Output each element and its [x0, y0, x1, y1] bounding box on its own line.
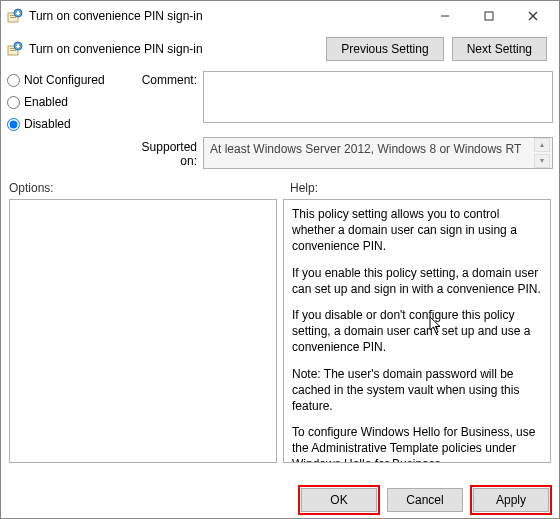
supported-on-value: At least Windows Server 2012, Windows 8 …	[203, 137, 553, 169]
apply-button[interactable]: Apply	[473, 488, 549, 512]
window-title: Turn on convenience PIN sign-in	[29, 9, 423, 23]
radio-disabled-input[interactable]	[7, 118, 20, 131]
svg-rect-2	[10, 17, 16, 18]
radio-not-configured[interactable]: Not Configured	[7, 73, 125, 87]
policy-title: Turn on convenience PIN sign-in	[29, 42, 326, 56]
svg-rect-12	[10, 50, 16, 51]
radio-disabled-label: Disabled	[24, 117, 71, 131]
help-paragraph: If you enable this policy setting, a dom…	[292, 265, 542, 297]
radio-enabled-input[interactable]	[7, 96, 20, 109]
help-paragraph: Note: The user's domain password will be…	[292, 366, 542, 415]
window-close-button[interactable]	[511, 2, 555, 30]
options-pane	[9, 199, 277, 463]
policy-icon	[7, 41, 23, 57]
radio-disabled[interactable]: Disabled	[7, 117, 125, 131]
previous-setting-button[interactable]: Previous Setting	[326, 37, 443, 61]
chevron-up-icon[interactable]: ▴	[534, 138, 550, 152]
next-setting-button[interactable]: Next Setting	[452, 37, 547, 61]
comment-textarea[interactable]	[203, 71, 553, 123]
svg-rect-5	[16, 13, 20, 14]
radio-enabled[interactable]: Enabled	[7, 95, 125, 109]
supported-on-scrollbar[interactable]: ▴ ▾	[534, 138, 550, 168]
chevron-down-icon[interactable]: ▾	[534, 154, 550, 168]
svg-rect-7	[485, 12, 493, 20]
ok-button[interactable]: OK	[301, 488, 377, 512]
help-paragraph: To configure Windows Hello for Business,…	[292, 424, 542, 463]
window-minimize-button[interactable]	[423, 2, 467, 30]
radio-not-configured-input[interactable]	[7, 74, 20, 87]
policy-icon	[7, 8, 23, 24]
window-titlebar: Turn on convenience PIN sign-in	[1, 1, 559, 31]
radio-enabled-label: Enabled	[24, 95, 68, 109]
options-section-label: Options:	[9, 181, 280, 195]
window-maximize-button[interactable]	[467, 2, 511, 30]
help-paragraph: This policy setting allows you to contro…	[292, 206, 542, 255]
radio-not-configured-label: Not Configured	[24, 73, 105, 87]
help-paragraph: If you disable or don't configure this p…	[292, 307, 542, 356]
help-pane[interactable]: This policy setting allows you to contro…	[283, 199, 551, 463]
comment-label: Comment:	[129, 71, 199, 87]
supported-on-label: Supported on:	[129, 138, 199, 168]
svg-rect-15	[16, 46, 20, 47]
cancel-button[interactable]: Cancel	[387, 488, 463, 512]
state-radio-group: Not Configured Enabled Disabled	[7, 71, 125, 131]
help-section-label: Help:	[280, 181, 551, 195]
